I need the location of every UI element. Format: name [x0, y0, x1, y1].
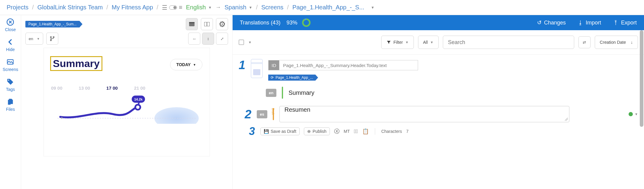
svg-point-7: [50, 37, 51, 38]
branch-button[interactable]: [46, 33, 58, 45]
caret-down-icon[interactable]: ▼: [249, 5, 253, 10]
translation-input[interactable]: Resumen: [279, 106, 569, 122]
mt-button[interactable]: MT: [344, 129, 350, 134]
import-button[interactable]: ⭳ Import: [578, 20, 601, 26]
rail-close[interactable]: Close: [5, 18, 16, 32]
crumb-page[interactable]: Page_1.Health_App_-_S...: [292, 4, 364, 11]
import-icon: ⭳: [578, 20, 583, 26]
publish-label: Publish: [313, 129, 327, 134]
gear-icon: ⚙: [219, 20, 226, 28]
layout-split-button[interactable]: [201, 18, 213, 30]
rail-hide[interactable]: Hide: [6, 38, 15, 52]
panel-percent: 93%: [286, 20, 297, 26]
path-chip-label: Page_1.Health_App_...: [275, 75, 313, 80]
caret-down-icon: ▼: [37, 37, 40, 40]
screenshot-thumb[interactable]: [251, 59, 263, 78]
crumb-source-lang[interactable]: English: [186, 4, 206, 11]
arrows-h-icon: ↔: [192, 37, 196, 41]
translations-panel: Translations (43) 93% ↺ Changes ⭳ Import…: [233, 15, 644, 189]
path-chip[interactable]: ⟳ Page_1.Health_App_...: [268, 75, 315, 81]
toggle-icon[interactable]: [169, 5, 177, 10]
import-label: Import: [586, 20, 601, 26]
filter-icon: [386, 40, 391, 45]
save-draft-button[interactable]: 💾 Save as Draft: [260, 127, 300, 135]
all-filter-button[interactable]: All ▼: [418, 36, 439, 49]
preview-lang-select[interactable]: en ▼: [25, 33, 43, 45]
expand-icon: ⤢: [221, 37, 224, 41]
breadcrumb-bar: Projects / GlobalLink Strings Team / My …: [0, 0, 644, 15]
export-button[interactable]: ⭱ Export: [613, 20, 637, 26]
tags-icon: [6, 78, 14, 86]
source-lang-badge: en: [266, 89, 276, 97]
translation-value: Resumen: [285, 106, 311, 113]
panel-title: Translations (43): [240, 20, 280, 26]
view-mode-cluster: ☰ ≡: [162, 4, 182, 11]
arrow-down-icon: ↓: [631, 40, 633, 45]
resize-grip-icon[interactable]: [565, 118, 568, 121]
save-draft-label: Save as Draft: [271, 129, 296, 134]
id-value[interactable]: Page_1.Health_App_-_Summary.Header.Today…: [279, 60, 418, 70]
caret-down-icon[interactable]: ▼: [248, 40, 252, 44]
settings-button[interactable]: ⚙: [216, 18, 228, 30]
time-tick: 09 00: [51, 85, 63, 91]
preview-title[interactable]: Summary: [51, 57, 101, 70]
rail-files[interactable]: Files: [6, 98, 15, 112]
crumb-sep: /: [287, 4, 289, 11]
list-icon[interactable]: ≡: [179, 4, 182, 11]
status-indicator[interactable]: ▼: [629, 112, 638, 116]
layout-single-button[interactable]: [186, 18, 198, 30]
svg-point-2: [8, 80, 9, 81]
chars-label: Characters: [381, 129, 402, 134]
crumb-team[interactable]: GlobalLink Strings Team: [37, 4, 103, 11]
swap-icon: ⇄: [583, 40, 586, 45]
svg-text:✦: ✦: [60, 116, 64, 120]
fullscreen-button[interactable]: ⤢: [216, 33, 228, 45]
window-icon: [189, 22, 195, 26]
string-id-box: ID Page_1.Health_App_-_Summary.Header.To…: [268, 60, 418, 70]
time-tick: 13 00: [79, 85, 90, 91]
caret-down-icon: ▼: [430, 40, 433, 44]
rail-tags-label: Tags: [6, 87, 15, 92]
side-rail: Close Hide Screens Tags Files: [0, 15, 21, 189]
crumb-sep: /: [32, 4, 34, 11]
arrows-v-icon: ↕: [207, 37, 209, 41]
eye-off-icon[interactable]: 👁̷: [354, 128, 358, 135]
page-chip[interactable]: Page_1.Health_App_-_Sum...: [25, 21, 79, 27]
refresh-icon: ⟳: [271, 75, 274, 80]
fit-vertical-button[interactable]: ↕: [202, 33, 214, 45]
changes-button[interactable]: ↺ Changes: [537, 19, 566, 26]
filter-label: Filter: [394, 40, 403, 45]
filter-button[interactable]: Filter ▼: [381, 36, 414, 49]
preview-lang-label: en: [29, 37, 33, 41]
publish-button[interactable]: ⊕ Publish: [304, 127, 330, 135]
crumb-projects[interactable]: Projects: [7, 4, 28, 11]
time-tick: 21 00: [134, 85, 146, 91]
clear-button[interactable]: ⓧ: [334, 128, 340, 135]
caret-down-icon[interactable]: ▼: [208, 5, 212, 10]
clipboard-icon[interactable]: 📋: [362, 128, 369, 135]
chart-badge: 14.2k: [134, 98, 143, 101]
today-label: TODAY: [176, 62, 191, 67]
rail-close-label: Close: [5, 27, 16, 32]
sort-button[interactable]: Creation Date ↓: [595, 36, 638, 49]
equals-icon[interactable]: ☰: [162, 4, 167, 11]
today-pill[interactable]: TODAY ▼: [170, 59, 202, 70]
columns-icon: [204, 22, 210, 26]
rail-screens[interactable]: Screens: [3, 58, 18, 72]
rail-tags[interactable]: Tags: [6, 78, 15, 92]
swap-button[interactable]: ⇄: [578, 36, 591, 48]
crumb-app[interactable]: My Fitness App: [112, 4, 153, 11]
svg-rect-4: [189, 22, 195, 23]
sort-label: Creation Date: [600, 40, 626, 45]
caret-down-icon[interactable]: ▼: [371, 5, 375, 10]
crumb-screens[interactable]: Screens: [261, 4, 283, 11]
caret-down-icon: ▼: [635, 112, 638, 116]
fit-horizontal-button[interactable]: ↔: [188, 33, 200, 45]
rail-files-label: Files: [6, 107, 15, 112]
select-all-checkbox[interactable]: [239, 40, 244, 45]
rail-hide-label: Hide: [6, 47, 15, 52]
search-input[interactable]: [443, 36, 574, 49]
svg-point-8: [53, 37, 54, 38]
crumb-target-lang[interactable]: Spanish: [224, 4, 246, 11]
crumb-sep: /: [256, 4, 258, 11]
